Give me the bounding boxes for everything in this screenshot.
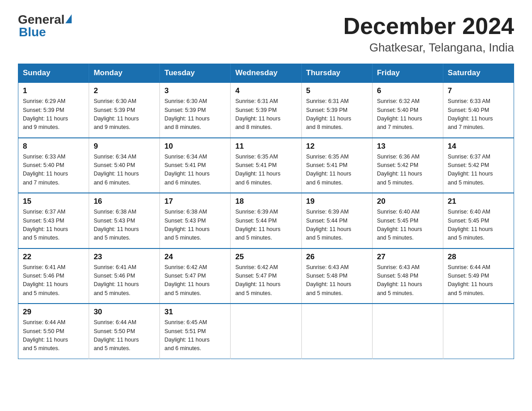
calendar-week-row: 22Sunrise: 6:41 AMSunset: 5:46 PMDayligh… <box>18 248 514 304</box>
calendar-day-cell: 17Sunrise: 6:38 AMSunset: 5:43 PMDayligh… <box>160 193 231 248</box>
day-info: Sunrise: 6:37 AMSunset: 5:42 PMDaylight:… <box>448 153 509 188</box>
calendar-day-cell: 7Sunrise: 6:33 AMSunset: 5:40 PMDaylight… <box>443 82 514 138</box>
calendar-day-cell: 26Sunrise: 6:43 AMSunset: 5:48 PMDayligh… <box>301 248 372 304</box>
day-info: Sunrise: 6:33 AMSunset: 5:40 PMDaylight:… <box>448 97 509 132</box>
day-number: 4 <box>235 86 296 95</box>
day-info: Sunrise: 6:30 AMSunset: 5:39 PMDaylight:… <box>164 97 226 132</box>
day-number: 30 <box>94 308 155 317</box>
header-sunday: Sunday <box>18 64 89 83</box>
day-number: 11 <box>235 142 296 151</box>
day-info: Sunrise: 6:42 AMSunset: 5:47 PMDaylight:… <box>164 263 226 298</box>
calendar-empty-cell <box>231 304 301 359</box>
day-info: Sunrise: 6:44 AMSunset: 5:50 PMDaylight:… <box>23 318 84 353</box>
header-thursday: Thursday <box>301 64 372 83</box>
logo: General Blue <box>18 13 72 39</box>
day-number: 27 <box>377 253 438 261</box>
calendar-week-row: 8Sunrise: 6:33 AMSunset: 5:40 PMDaylight… <box>18 138 514 193</box>
location-title: Ghatkesar, Telangana, India <box>343 41 514 55</box>
day-info: Sunrise: 6:31 AMSunset: 5:39 PMDaylight:… <box>235 97 296 132</box>
day-info: Sunrise: 6:39 AMSunset: 5:44 PMDaylight:… <box>235 208 296 243</box>
day-info: Sunrise: 6:41 AMSunset: 5:46 PMDaylight:… <box>94 263 155 298</box>
header-saturday: Saturday <box>443 64 514 83</box>
calendar-day-cell: 13Sunrise: 6:36 AMSunset: 5:42 PMDayligh… <box>372 138 443 193</box>
calendar-day-cell: 21Sunrise: 6:40 AMSunset: 5:45 PMDayligh… <box>443 193 514 248</box>
day-number: 20 <box>377 197 438 206</box>
day-number: 22 <box>23 253 84 261</box>
calendar-day-cell: 6Sunrise: 6:32 AMSunset: 5:40 PMDaylight… <box>372 82 443 138</box>
header-monday: Monday <box>89 64 160 83</box>
day-info: Sunrise: 6:34 AMSunset: 5:40 PMDaylight:… <box>94 153 155 188</box>
logo-blue-text: Blue <box>19 25 46 39</box>
day-number: 29 <box>23 308 84 317</box>
day-info: Sunrise: 6:29 AMSunset: 5:39 PMDaylight:… <box>23 97 84 132</box>
day-info: Sunrise: 6:35 AMSunset: 5:41 PMDaylight:… <box>306 153 368 188</box>
day-number: 18 <box>235 197 296 206</box>
day-info: Sunrise: 6:44 AMSunset: 5:50 PMDaylight:… <box>94 318 155 353</box>
calendar-table: SundayMondayTuesdayWednesdayThursdayFrid… <box>18 64 514 359</box>
day-info: Sunrise: 6:38 AMSunset: 5:43 PMDaylight:… <box>164 208 226 243</box>
day-info: Sunrise: 6:39 AMSunset: 5:44 PMDaylight:… <box>306 208 368 243</box>
calendar-day-cell: 31Sunrise: 6:45 AMSunset: 5:51 PMDayligh… <box>160 304 231 359</box>
title-section: December 2024 Ghatkesar, Telangana, Indi… <box>343 13 514 55</box>
day-number: 10 <box>164 142 226 151</box>
calendar-empty-cell <box>443 304 514 359</box>
day-number: 21 <box>448 197 509 206</box>
calendar-day-cell: 4Sunrise: 6:31 AMSunset: 5:39 PMDaylight… <box>231 82 301 138</box>
day-info: Sunrise: 6:42 AMSunset: 5:47 PMDaylight:… <box>235 263 296 298</box>
day-number: 3 <box>164 86 226 95</box>
day-number: 6 <box>377 86 438 95</box>
day-info: Sunrise: 6:37 AMSunset: 5:43 PMDaylight:… <box>23 208 84 243</box>
day-info: Sunrise: 6:40 AMSunset: 5:45 PMDaylight:… <box>448 208 509 243</box>
day-number: 17 <box>164 197 226 206</box>
day-info: Sunrise: 6:31 AMSunset: 5:39 PMDaylight:… <box>306 97 368 132</box>
calendar-day-cell: 18Sunrise: 6:39 AMSunset: 5:44 PMDayligh… <box>231 193 301 248</box>
calendar-day-cell: 19Sunrise: 6:39 AMSunset: 5:44 PMDayligh… <box>301 193 372 248</box>
day-number: 2 <box>94 86 155 95</box>
day-number: 8 <box>23 142 84 151</box>
day-number: 19 <box>306 197 368 206</box>
calendar-day-cell: 23Sunrise: 6:41 AMSunset: 5:46 PMDayligh… <box>89 248 160 304</box>
calendar-header-row: SundayMondayTuesdayWednesdayThursdayFrid… <box>18 64 514 83</box>
calendar-day-cell: 30Sunrise: 6:44 AMSunset: 5:50 PMDayligh… <box>89 304 160 359</box>
day-number: 31 <box>164 308 226 317</box>
day-info: Sunrise: 6:41 AMSunset: 5:46 PMDaylight:… <box>23 263 84 298</box>
calendar-day-cell: 25Sunrise: 6:42 AMSunset: 5:47 PMDayligh… <box>231 248 301 304</box>
day-info: Sunrise: 6:43 AMSunset: 5:48 PMDaylight:… <box>306 263 368 298</box>
day-info: Sunrise: 6:45 AMSunset: 5:51 PMDaylight:… <box>164 318 226 353</box>
calendar-empty-cell <box>372 304 443 359</box>
calendar-day-cell: 27Sunrise: 6:43 AMSunset: 5:48 PMDayligh… <box>372 248 443 304</box>
calendar-day-cell: 11Sunrise: 6:35 AMSunset: 5:41 PMDayligh… <box>231 138 301 193</box>
calendar-day-cell: 10Sunrise: 6:34 AMSunset: 5:41 PMDayligh… <box>160 138 231 193</box>
day-info: Sunrise: 6:43 AMSunset: 5:48 PMDaylight:… <box>377 263 438 298</box>
header-wednesday: Wednesday <box>231 64 301 83</box>
day-number: 12 <box>306 142 368 151</box>
calendar-empty-cell <box>301 304 372 359</box>
calendar-day-cell: 22Sunrise: 6:41 AMSunset: 5:46 PMDayligh… <box>18 248 89 304</box>
day-number: 14 <box>448 142 509 151</box>
day-info: Sunrise: 6:34 AMSunset: 5:41 PMDaylight:… <box>164 153 226 188</box>
logo-triangle-icon <box>65 14 72 23</box>
calendar-day-cell: 1Sunrise: 6:29 AMSunset: 5:39 PMDaylight… <box>18 82 89 138</box>
day-info: Sunrise: 6:30 AMSunset: 5:39 PMDaylight:… <box>94 97 155 132</box>
day-info: Sunrise: 6:36 AMSunset: 5:42 PMDaylight:… <box>377 153 438 188</box>
calendar-day-cell: 5Sunrise: 6:31 AMSunset: 5:39 PMDaylight… <box>301 82 372 138</box>
day-number: 28 <box>448 253 509 261</box>
calendar-day-cell: 16Sunrise: 6:38 AMSunset: 5:43 PMDayligh… <box>89 193 160 248</box>
calendar-day-cell: 3Sunrise: 6:30 AMSunset: 5:39 PMDaylight… <box>160 82 231 138</box>
calendar-week-row: 29Sunrise: 6:44 AMSunset: 5:50 PMDayligh… <box>18 304 514 359</box>
month-title: December 2024 <box>343 13 514 39</box>
page-header: General Blue December 2024 Ghatkesar, Te… <box>18 13 514 55</box>
calendar-day-cell: 12Sunrise: 6:35 AMSunset: 5:41 PMDayligh… <box>301 138 372 193</box>
calendar-day-cell: 8Sunrise: 6:33 AMSunset: 5:40 PMDaylight… <box>18 138 89 193</box>
calendar-day-cell: 14Sunrise: 6:37 AMSunset: 5:42 PMDayligh… <box>443 138 514 193</box>
day-number: 24 <box>164 253 226 261</box>
header-tuesday: Tuesday <box>160 64 231 83</box>
day-info: Sunrise: 6:44 AMSunset: 5:49 PMDaylight:… <box>448 263 509 298</box>
day-number: 13 <box>377 142 438 151</box>
calendar-day-cell: 28Sunrise: 6:44 AMSunset: 5:49 PMDayligh… <box>443 248 514 304</box>
calendar-day-cell: 15Sunrise: 6:37 AMSunset: 5:43 PMDayligh… <box>18 193 89 248</box>
day-number: 1 <box>23 86 84 95</box>
day-number: 25 <box>235 253 296 261</box>
day-number: 16 <box>94 197 155 206</box>
calendar-day-cell: 2Sunrise: 6:30 AMSunset: 5:39 PMDaylight… <box>89 82 160 138</box>
